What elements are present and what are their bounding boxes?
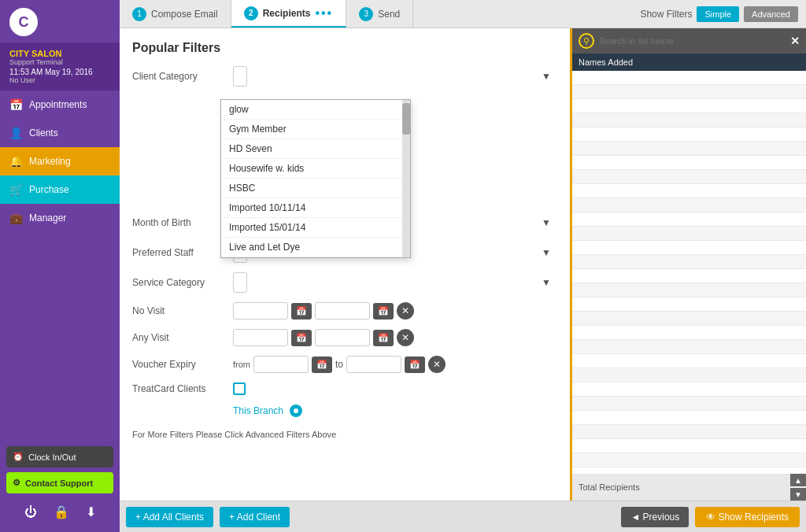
list-item	[572, 85, 806, 99]
dropdown-item-imported2[interactable]: Imported 15/01/14	[221, 218, 410, 238]
sidebar-item-appointments[interactable]: 📅 Appointments	[0, 91, 120, 119]
no-visit-to-input[interactable]	[315, 302, 370, 320]
scroll-up-button[interactable]: ▲	[790, 474, 806, 486]
voucher-expiry-date-row: from 📅 to 📅 ✕	[233, 356, 446, 373]
list-item	[572, 71, 806, 85]
list-item	[572, 99, 806, 113]
previous-button[interactable]: ◄ Previous	[621, 507, 689, 527]
list-item	[572, 227, 806, 241]
manager-icon: 💼	[9, 212, 23, 224]
scroll-down-button[interactable]: ▼	[790, 488, 806, 501]
treatcard-checkbox[interactable]	[233, 382, 246, 395]
salon-time: 11:53 AM May 19, 2016	[9, 68, 110, 76]
dropdown-item-live[interactable]: Live and Let Dye	[221, 238, 410, 257]
this-branch-label[interactable]: This Branch	[233, 405, 283, 416]
search-input[interactable]	[599, 36, 786, 46]
add-all-clients-button[interactable]: + Add All Clients	[126, 507, 213, 527]
service-category-select-wrapper: ▼	[233, 272, 557, 293]
total-recipients-label: Total Recipients	[579, 482, 640, 492]
list-item	[572, 184, 806, 198]
any-visit-close-button[interactable]: ✕	[397, 329, 414, 346]
list-item	[572, 397, 806, 411]
chevron-down-icon: ▼	[542, 217, 551, 228]
no-visit-to-calendar-button[interactable]: 📅	[373, 303, 394, 320]
advanced-filter-button[interactable]: Advanced	[744, 6, 798, 22]
list-item	[572, 411, 806, 425]
dropdown-scrollbar[interactable]	[402, 100, 410, 257]
list-item	[572, 425, 806, 439]
dropdown-item-housewife[interactable]: Housewife w. kids	[221, 159, 410, 179]
voucher-expiry-row: Voucher Expiry from 📅 to 📅 ✕	[132, 356, 557, 373]
names-list	[572, 71, 806, 474]
download-icon[interactable]: ⬇	[86, 504, 96, 519]
contact-support-button[interactable]: ⚙ Contact Support	[6, 472, 113, 493]
client-category-dropdown: glow Gym Member HD Seven Housewife w. ki…	[220, 99, 411, 258]
voucher-from-calendar-button[interactable]: 📅	[312, 357, 332, 373]
voucher-to-input[interactable]	[346, 356, 401, 373]
voucher-to-calendar-button[interactable]: 📅	[405, 357, 425, 373]
dropdown-item-glow[interactable]: glow	[221, 100, 410, 120]
list-item	[572, 354, 806, 368]
sidebar-item-manager[interactable]: 💼 Manager	[0, 204, 120, 232]
sidebar-item-purchase[interactable]: 🛒 Purchase	[0, 175, 120, 204]
dropdown-item-gym[interactable]: Gym Member	[221, 120, 410, 139]
tab-recipients[interactable]: 2 Recipients •••	[231, 0, 347, 28]
simple-filter-button[interactable]: Simple	[697, 6, 739, 22]
clock-icon: ⏰	[13, 452, 24, 462]
list-item	[572, 170, 806, 184]
list-item	[572, 453, 806, 467]
service-category-row: Service Category ▼	[132, 272, 557, 293]
any-visit-to-input[interactable]	[315, 329, 370, 346]
list-item	[572, 467, 806, 474]
client-category-select[interactable]	[233, 66, 247, 87]
list-item	[572, 368, 806, 382]
any-visit-to-calendar-button[interactable]: 📅	[373, 330, 394, 346]
show-recipients-button[interactable]: 👁 Show Recipients	[695, 507, 800, 527]
lock-icon[interactable]: 🔒	[54, 504, 69, 519]
logo-circle: C	[9, 8, 38, 36]
appointments-icon: 📅	[9, 98, 23, 111]
list-item	[572, 269, 806, 283]
power-icon[interactable]: ⏻	[24, 504, 37, 519]
this-branch-radio[interactable]	[290, 405, 302, 417]
any-visit-from-input[interactable]	[233, 329, 288, 346]
treatcard-label: TreatCard Clients	[132, 383, 227, 394]
tab-send[interactable]: 3 Send	[346, 0, 413, 28]
client-category-row: Client Category ▼	[132, 66, 557, 87]
clients-icon: 👤	[9, 127, 23, 139]
voucher-close-button[interactable]: ✕	[428, 356, 446, 373]
month-of-birth-label: Month of Birth	[132, 217, 227, 228]
close-icon[interactable]: ✕	[790, 35, 800, 47]
panel-title: Popular Filters	[132, 41, 557, 55]
any-visit-from-calendar-button[interactable]: 📅	[291, 330, 312, 346]
chevron-down-icon: ▼	[542, 71, 551, 82]
treatcard-checkbox-wrapper	[233, 382, 246, 395]
dropdown-item-hsbc[interactable]: HSBC	[221, 179, 410, 198]
sidebar-item-marketing[interactable]: 🔔 Marketing	[0, 147, 120, 175]
dropdown-item-hd[interactable]: HD Seven	[221, 139, 410, 159]
salon-info: CITY SALON Support Terminal 11:53 AM May…	[0, 42, 120, 91]
left-panel: Popular Filters Client Category ▼ glow G…	[120, 28, 570, 501]
no-visit-close-button[interactable]: ✕	[397, 302, 414, 320]
clock-in-out-button[interactable]: ⏰ Clock In/Out	[6, 446, 113, 467]
voucher-from-input[interactable]	[253, 356, 309, 373]
chevron-down-icon: ▼	[542, 277, 551, 288]
show-filters-label: Show Filters	[640, 9, 692, 20]
sidebar-item-clients[interactable]: 👤 Clients	[0, 119, 120, 147]
scroll-arrows: ▲ ▼	[790, 474, 806, 501]
search-icon: ⚲	[579, 33, 594, 49]
client-category-label: Client Category	[132, 71, 227, 82]
service-category-label: Service Category	[132, 277, 227, 288]
add-client-button[interactable]: + Add Client	[220, 507, 290, 527]
marketing-icon: 🔔	[9, 155, 23, 168]
tab-compose[interactable]: 1 Compose Email	[120, 0, 231, 28]
tab-recipients-num: 2	[244, 6, 258, 20]
no-visit-from-calendar-button[interactable]: 📅	[291, 303, 312, 320]
sidebar-bottom-icons: ⏻ 🔒 ⬇	[6, 498, 113, 526]
salon-name: CITY SALON	[9, 49, 110, 58]
no-visit-from-input[interactable]	[233, 302, 288, 320]
dropdown-item-imported1[interactable]: Imported 10/11/14	[221, 198, 410, 218]
sidebar: C CITY SALON Support Terminal 11:53 AM M…	[0, 0, 120, 532]
service-category-select[interactable]	[233, 272, 247, 293]
client-category-select-wrapper: ▼	[233, 66, 557, 87]
